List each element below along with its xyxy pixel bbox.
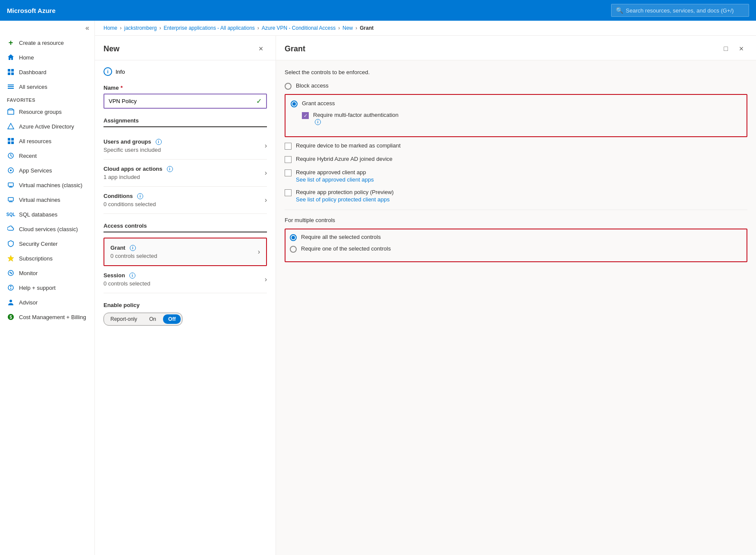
grant-access-option[interactable]: Grant access [291,100,741,107]
grant-row-highlighted[interactable]: Grant i 0 controls selected › [104,238,267,266]
panel-new-title: New [104,44,119,53]
resource-groups-icon [7,108,15,116]
sidebar-item-recent[interactable]: Recent [0,148,94,163]
panel-new-close-button[interactable]: × [255,43,267,55]
app-protection-checkbox-item[interactable]: Require app protection policy (Preview) … [285,189,747,203]
dashboard-icon [7,68,15,76]
favorites-label: FAVORITES [0,94,94,104]
conditions-chevron-icon: › [265,196,267,204]
users-chevron-icon: › [265,142,267,150]
name-field-group: Name * VPN Policy ✓ [104,85,267,109]
conditions-row[interactable]: Conditions i 0 conditions selected › [104,187,267,214]
enable-policy-section: Enable policy Report-only On Off [104,302,267,326]
app-services-icon [7,166,15,174]
require-one-radio[interactable] [290,246,297,253]
name-input[interactable]: VPN Policy ✓ [104,94,267,109]
sidebar-item-vm-classic[interactable]: Virtual machines (classic) [0,178,94,192]
multiple-controls-highlighted-group: Require all the selected controls Requir… [285,229,747,262]
cloud-icon [7,225,15,233]
require-all-option[interactable]: Require all the selected controls [290,234,742,241]
sidebar-collapse[interactable]: « [0,21,94,35]
sql-icon: SQL [7,210,15,218]
breadcrumb-new[interactable]: New [342,25,353,31]
hybrid-ad-checkbox[interactable] [285,156,292,163]
toggle-on[interactable]: On [144,314,161,324]
sidebar-item-help[interactable]: Help + support [0,280,94,295]
mfa-checkbox-item[interactable]: ✓ Require multi-factor authentication i [302,112,741,125]
home-icon [7,53,15,61]
sidebar-item-label: All resources [19,138,51,144]
block-access-option[interactable]: Block access [285,82,747,90]
sidebar-item-label: App Services [19,167,52,174]
breadcrumb-jackstromberg[interactable]: jackstromberg [124,25,157,31]
sidebar-item-advisor[interactable]: Advisor [0,295,94,310]
svg-rect-3 [11,72,14,75]
toggle-group[interactable]: Report-only On Off [104,313,182,326]
app-protection-checkbox[interactable] [285,189,292,196]
sidebar-item-label: Cloud services (classic) [19,226,78,232]
approved-client-checkbox[interactable] [285,169,292,176]
panel-grant-header: Grant □ × [276,36,756,60]
breadcrumb-home[interactable]: Home [104,25,117,31]
search-bar[interactable]: 🔍 [611,4,749,17]
sidebar-item-all-services[interactable]: All services [0,79,94,94]
cost-icon: $ [7,313,15,321]
collapse-icon[interactable]: « [85,24,89,32]
sidebar-item-resource-groups[interactable]: Resource groups [0,104,94,119]
sidebar-item-all-resources[interactable]: All resources [0,134,94,148]
cloud-apps-row[interactable]: Cloud apps or actions i 1 app included › [104,160,267,187]
panel-grant-expand-button[interactable]: □ [720,43,732,55]
sidebar-item-subscriptions[interactable]: Subscriptions [0,251,94,266]
svg-text:$: $ [9,315,12,320]
virtual-machines-icon [7,196,15,204]
session-chevron-icon: › [265,276,267,283]
sidebar-item-cost-management[interactable]: $ Cost Management + Billing [0,310,94,324]
hybrid-ad-checkbox-item[interactable]: Require Hybrid Azure AD joined device [285,156,747,163]
compliant-device-checkbox[interactable] [285,143,292,150]
compliant-label: Require device to be marked as compliant [296,142,401,149]
sidebar-item-label: Cost Management + Billing [19,314,86,320]
check-icon: ✓ [256,97,262,105]
toggle-report-only[interactable]: Report-only [105,314,142,324]
compliant-device-checkbox-item[interactable]: Require device to be marked as compliant [285,142,747,150]
sidebar-item-home[interactable]: Home [0,50,94,65]
mfa-checkbox[interactable]: ✓ [302,112,309,119]
sidebar-item-cloud-services[interactable]: Cloud services (classic) [0,222,94,236]
sidebar-item-dashboard[interactable]: Dashboard [0,65,94,79]
sidebar-item-monitor[interactable]: Monitor [0,266,94,280]
approved-client-checkbox-item[interactable]: Require approved client app See list of … [285,169,747,183]
sidebar-item-create-resource[interactable]: + Create a resource [0,35,94,50]
other-options-group: Require device to be marked as compliant… [285,142,747,203]
hybrid-ad-label: Require Hybrid Azure AD joined device [296,156,392,162]
sidebar-item-azure-ad[interactable]: Azure Active Directory [0,119,94,134]
sidebar-item-app-services[interactable]: App Services [0,163,94,178]
sidebar-item-label: Azure Active Directory [19,123,74,130]
breadcrumb-azure-vpn[interactable]: Azure VPN - Conditional Access [262,25,336,31]
panel-new-body: i Info Name * VPN Policy ✓ [95,60,276,555]
enable-policy-label: Enable policy [104,302,267,308]
toggle-off[interactable]: Off [163,314,181,324]
panel-grant-close-button[interactable]: × [735,43,747,55]
breadcrumb-enterprise-apps[interactable]: Enterprise applications - All applicatio… [163,25,254,31]
require-one-option[interactable]: Require one of the selected controls [290,245,742,253]
app-protection-link[interactable]: See list of policy protected client apps [296,196,394,203]
app-protection-label: Require app protection policy (Preview) [296,189,394,195]
sidebar-item-label: Monitor [19,270,38,276]
block-access-radio[interactable] [285,83,292,90]
require-all-label: Require all the selected controls [301,234,381,240]
required-star: * [120,85,122,91]
session-row[interactable]: Session i 0 controls selected › [104,266,267,293]
sidebar-item-security-center[interactable]: Security Center [0,236,94,251]
sidebar-item-label: Virtual machines (classic) [19,182,82,188]
approved-client-link[interactable]: See list of approved client apps [296,176,374,183]
svg-point-15 [10,169,12,171]
users-groups-row[interactable]: Users and groups i Specific users includ… [104,132,267,160]
sidebar-item-sql-databases[interactable]: SQL SQL databases [0,207,94,222]
sidebar-item-label: Virtual machines [19,197,60,203]
grant-access-radio[interactable] [291,100,298,107]
search-input[interactable] [626,7,744,14]
sidebar-item-label: SQL databases [19,211,57,218]
require-all-radio[interactable] [290,234,297,241]
sidebar-item-virtual-machines[interactable]: Virtual machines [0,192,94,207]
for-multiple-label: For multiple controls [285,217,747,223]
